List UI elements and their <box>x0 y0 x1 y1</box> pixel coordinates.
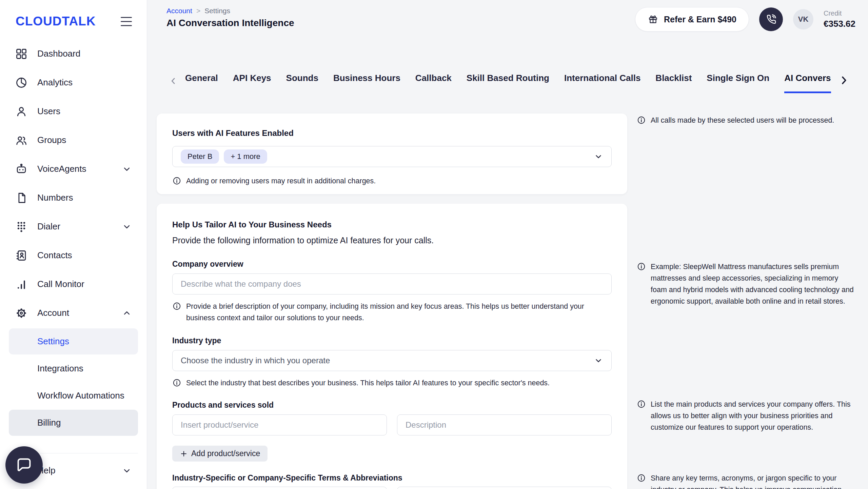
add-product-service-button[interactable]: Add product/service <box>172 446 268 462</box>
industry-type-note-text: Select the industry that best describes … <box>186 377 550 389</box>
breadcrumb-separator: > <box>196 7 200 15</box>
sidebar-item-account[interactable]: Account <box>9 299 138 327</box>
sidebar-item-workflow-automations[interactable]: Workflow Automations <box>9 383 138 409</box>
terms-abbreviations-label: Industry-Specific or Company-Specific Te… <box>172 473 612 483</box>
company-overview-input[interactable] <box>172 273 612 294</box>
sidebar-item-users[interactable]: Users <box>9 97 138 126</box>
term-description-input[interactable] <box>397 487 612 489</box>
tailor-card-title: Help Us Tailor AI to Your Business Needs <box>172 219 612 230</box>
tailor-card-subtitle: Provide the following information to opt… <box>172 235 612 246</box>
industry-select-placeholder: Choose the industry in which you operate <box>181 356 330 365</box>
chevron-down-icon <box>122 222 132 232</box>
sidebar-item-label: Numbers <box>37 192 73 203</box>
side-note-terms: Share any key terms, acronyms, or jargon… <box>637 472 856 489</box>
info-icon <box>637 473 646 483</box>
sidebar-item-contacts[interactable]: Contacts <box>9 241 138 270</box>
sidebar-item-voiceagents[interactable]: VoiceAgents <box>9 155 138 183</box>
menu-toggle-icon[interactable] <box>119 15 134 28</box>
sidebar-item-billing[interactable]: Billing <box>9 410 138 436</box>
tab-single-sign-on[interactable]: Single Sign On <box>707 73 769 93</box>
ai-users-note: Adding or removing users may result in a… <box>172 175 612 187</box>
tab-general[interactable]: General <box>185 73 218 93</box>
sidebar-item-label: Analytics <box>37 77 73 88</box>
side-note-company: Example: SleepWell Mattress manufactures… <box>637 261 856 307</box>
industry-type-note: Select the industry that best describes … <box>172 377 603 389</box>
industry-type-field: Industry type Choose the industry in whi… <box>172 336 612 389</box>
header-actions: Refer & Earn $490 VK Credit €353.62 <box>635 7 855 32</box>
user-avatar[interactable]: VK <box>793 9 813 29</box>
ai-users-note-text: Adding or removing users may result in a… <box>186 175 376 187</box>
sidebar-item-settings[interactable]: Settings <box>9 328 138 354</box>
sidebar-item-label: Dashboard <box>37 48 80 59</box>
chat-bubble-icon <box>15 456 33 474</box>
tab-business-hours[interactable]: Business Hours <box>333 73 400 93</box>
chat-widget-button[interactable] <box>5 446 43 484</box>
user-icon <box>15 105 28 118</box>
cloudtalk-app: CLOUDTALK Dashboard Analytics Users Grou… <box>0 0 868 489</box>
ai-users-card-title: Users with AI Features Enabled <box>172 128 612 139</box>
sidebar: CLOUDTALK Dashboard Analytics Users Grou… <box>0 0 147 489</box>
credit-amount: €353.62 <box>824 19 855 29</box>
call-monitor-icon <box>15 278 28 291</box>
ai-users-select[interactable]: Peter B + 1 more <box>172 146 612 167</box>
more-users-chip[interactable]: + 1 more <box>224 149 267 164</box>
user-chip[interactable]: Peter B <box>181 149 219 164</box>
contacts-icon <box>15 249 28 262</box>
info-icon <box>172 302 181 311</box>
tab-sounds[interactable]: Sounds <box>286 73 318 93</box>
tabs-scroll-left-icon[interactable] <box>168 76 178 86</box>
page-title: AI Conversation Intelligence <box>166 18 294 28</box>
info-icon <box>637 400 646 409</box>
chevron-down-icon <box>594 356 603 365</box>
dashboard-icon <box>15 47 28 60</box>
side-note-users-text: All calls made by these selected users w… <box>651 115 834 126</box>
phone-call-icon <box>766 14 776 25</box>
sidebar-item-label: Call Monitor <box>37 279 84 289</box>
info-icon <box>637 262 646 271</box>
sidebar-logo-row: CLOUDTALK <box>0 0 147 37</box>
tab-callback[interactable]: Callback <box>415 73 452 93</box>
tab-ai-conversation-intelligence[interactable]: AI Conversatic <box>784 73 831 93</box>
industry-type-select[interactable]: Choose the industry in which you operate <box>172 350 612 371</box>
tab-international-calls[interactable]: International Calls <box>564 73 640 93</box>
info-icon <box>172 378 181 387</box>
sidebar-item-call-monitor[interactable]: Call Monitor <box>9 270 138 299</box>
add-product-service-label: Add product/service <box>191 449 260 458</box>
side-note-products: List the main products and services your… <box>637 399 856 433</box>
sidebar-item-dashboard[interactable]: Dashboard <box>9 39 138 68</box>
product-service-input[interactable] <box>172 414 387 435</box>
products-services-field: Products and services sold Add product/s… <box>172 400 612 462</box>
breadcrumb-account-link[interactable]: Account <box>166 7 192 15</box>
analytics-icon <box>15 76 28 89</box>
company-overview-label: Company overview <box>172 259 612 269</box>
company-overview-note: Provide a brief description of your comp… <box>172 301 603 324</box>
side-note-products-text: List the main products and services your… <box>651 399 854 433</box>
chevron-down-icon <box>122 164 132 174</box>
settings-tabs: General API Keys Sounds Business Hours C… <box>185 73 831 93</box>
sidebar-item-dialer[interactable]: Dialer <box>9 212 138 241</box>
side-note-users: All calls made by these selected users w… <box>637 115 867 126</box>
sidebar-item-label: Account <box>37 308 69 318</box>
sidebar-item-integrations[interactable]: Integrations <box>9 355 138 382</box>
tab-skill-based-routing[interactable]: Skill Based Routing <box>467 73 549 93</box>
groups-icon <box>15 134 28 147</box>
product-description-input[interactable] <box>397 414 612 435</box>
tab-api-keys[interactable]: API Keys <box>233 73 271 93</box>
sidebar-item-analytics[interactable]: Analytics <box>9 68 138 97</box>
term-input[interactable] <box>172 487 387 489</box>
info-icon <box>172 176 181 185</box>
phone-call-button[interactable] <box>759 7 783 31</box>
sidebar-item-numbers[interactable]: Numbers <box>9 183 138 212</box>
sidebar-nav: Dashboard Analytics Users Groups VoiceAg… <box>0 37 147 436</box>
sidebar-item-label: Users <box>37 106 60 117</box>
chevron-down-icon <box>594 152 603 161</box>
tabs-scroll-right-icon[interactable] <box>837 74 850 87</box>
cloudtalk-logo[interactable]: CLOUDTALK <box>16 14 96 28</box>
robot-icon <box>15 163 28 176</box>
company-overview-field: Company overview Provide a brief descrip… <box>172 259 612 324</box>
refer-earn-button[interactable]: Refer & Earn $490 <box>635 7 749 32</box>
company-overview-note-text: Provide a brief description of your comp… <box>186 301 603 324</box>
file-icon <box>15 191 28 204</box>
sidebar-item-groups[interactable]: Groups <box>9 126 138 155</box>
tab-blacklist[interactable]: Blacklist <box>655 73 692 93</box>
